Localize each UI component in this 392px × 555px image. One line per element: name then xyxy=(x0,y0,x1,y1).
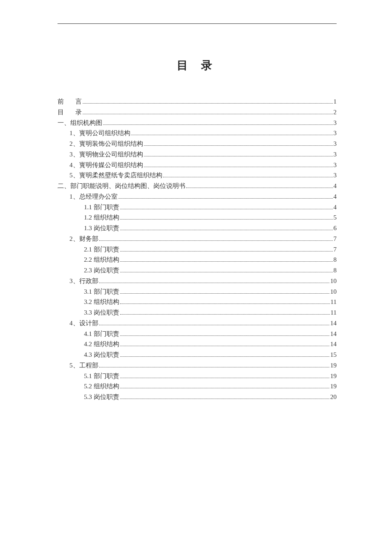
toc-leader-dots xyxy=(120,293,330,294)
toc-label: 3.3 岗位职责 xyxy=(84,307,119,318)
toc-label: 3、行政部 xyxy=(69,276,98,286)
toc-entry: 2.1 部门职责7 xyxy=(58,244,337,255)
toc-label: 1、总经理办公室 xyxy=(69,191,118,202)
toc-leader-dots xyxy=(120,314,330,315)
toc-page-number: 3 xyxy=(334,118,337,128)
toc-leader-dots xyxy=(83,114,333,114)
toc-page-number: 3 xyxy=(334,160,337,171)
toc-page-number: 20 xyxy=(330,392,337,402)
toc-page-number: 10 xyxy=(330,286,337,297)
toc-label: 3.2 组织结构 xyxy=(84,297,119,307)
toc-entry: 4.1 部门职责14 xyxy=(58,329,337,339)
toc-label: 2.2 组织结构 xyxy=(84,254,119,265)
toc-page-number: 15 xyxy=(330,350,337,360)
toc-entry: 5、工程部19 xyxy=(58,360,337,371)
page-title: 目 录 xyxy=(58,58,337,73)
toc-page-number: 19 xyxy=(330,381,337,392)
toc-page-number: 4 xyxy=(334,202,337,213)
toc-label: 1.2 组织结构 xyxy=(84,212,119,223)
toc-page-number: 19 xyxy=(330,360,337,371)
toc-label: 4.2 组织结构 xyxy=(84,339,119,350)
toc-leader-dots xyxy=(120,219,333,220)
toc-entry: 一、组织机构图3 xyxy=(58,118,337,128)
header-rule xyxy=(58,23,337,24)
toc-page-number: 10 xyxy=(330,276,337,286)
toc-leader-dots xyxy=(99,325,330,325)
toc-leader-dots xyxy=(163,177,333,177)
toc-leader-dots xyxy=(103,124,333,125)
toc-leader-dots xyxy=(120,230,333,230)
toc-entry: 5.2 组织结构19 xyxy=(58,381,337,392)
toc-leader-dots xyxy=(144,167,333,167)
toc-page-number: 7 xyxy=(334,234,337,244)
toc-label: 2.3 岗位职责 xyxy=(84,265,119,276)
toc-label: 4、设计部 xyxy=(69,318,98,329)
toc-page-number: 3 xyxy=(334,149,337,160)
toc-label: 1、寳明公司组织结构 xyxy=(69,128,130,139)
toc-page-number: 11 xyxy=(331,307,337,318)
toc-page-number: 14 xyxy=(330,339,337,350)
toc-entry: 2、财务部7 xyxy=(58,234,337,244)
toc-entry: 3、行政部10 xyxy=(58,276,337,286)
toc-leader-dots xyxy=(120,378,330,378)
toc-entry: 2.3 岗位职责8 xyxy=(58,265,337,276)
toc-entry: 4、寳明传媒公司组织结构3 xyxy=(58,160,337,171)
toc-label: 二、部门职能说明、岗位结构图、岗位说明书 xyxy=(58,181,185,191)
toc-entry: 1.1 部门职责4 xyxy=(58,202,337,213)
toc-leader-dots xyxy=(99,283,330,283)
toc-label: 4.1 部门职责 xyxy=(84,329,119,339)
toc-label: 5、工程部 xyxy=(69,360,98,371)
toc-label: 目录 xyxy=(58,107,82,118)
toc-page-number: 6 xyxy=(334,223,337,234)
toc-label: 1.1 部门职责 xyxy=(84,202,119,213)
toc-leader-dots xyxy=(120,399,330,399)
toc-entry: 1.2 组织结构5 xyxy=(58,212,337,223)
toc-leader-dots xyxy=(118,198,333,199)
document-page: 目 录 前言1目录2一、组织机构图31、寳明公司组织结构32、寳明装饰公司组织结… xyxy=(0,0,392,402)
toc-leader-dots xyxy=(120,272,333,272)
toc-page-number: 7 xyxy=(334,244,337,255)
toc-entry: 3.1 部门职责10 xyxy=(58,286,337,297)
toc-page-number: 14 xyxy=(330,318,337,329)
toc-label: 4、寳明传媒公司组织结构 xyxy=(69,160,143,171)
toc-page-number: 2 xyxy=(334,107,337,118)
toc-leader-dots xyxy=(120,209,333,209)
toc-leader-dots xyxy=(144,156,333,156)
toc-page-number: 3 xyxy=(334,170,337,181)
toc-entry: 3.2 组织结构11 xyxy=(58,297,337,307)
toc-label: 一、组织机构图 xyxy=(58,118,102,128)
toc-leader-dots xyxy=(99,240,333,241)
toc-entry: 2、寳明装饰公司组织结构3 xyxy=(58,139,337,149)
toc-entry: 4、设计部14 xyxy=(58,318,337,329)
toc-entry: 1.3 岗位职责6 xyxy=(58,223,337,234)
toc-label: 4.3 岗位职责 xyxy=(84,350,119,360)
toc-label: 1.3 岗位职责 xyxy=(84,223,119,234)
toc-label: 5.2 组织结构 xyxy=(84,381,119,392)
toc-page-number: 3 xyxy=(334,139,337,149)
toc-entry: 3.3 岗位职责11 xyxy=(58,307,337,318)
toc-leader-dots xyxy=(99,367,330,367)
toc-leader-dots xyxy=(83,103,333,104)
toc-leader-dots xyxy=(120,304,330,304)
toc-label: 2、财务部 xyxy=(69,234,98,244)
toc-page-number: 8 xyxy=(334,254,337,265)
toc-page-number: 14 xyxy=(330,329,337,339)
toc-entry: 5.3 岗位职责20 xyxy=(58,392,337,402)
toc-label: 3、寳明物业公司组织结构 xyxy=(69,149,143,160)
toc-page-number: 8 xyxy=(334,265,337,276)
toc-label: 5、寳明柔然壁纸专卖店组织结构 xyxy=(69,170,162,181)
toc-leader-dots xyxy=(186,188,333,188)
toc-leader-dots xyxy=(120,251,333,251)
toc-label: 2.1 部门职责 xyxy=(84,244,119,255)
toc-leader-dots xyxy=(120,346,330,346)
toc-leader-dots xyxy=(120,261,333,262)
toc-page-number: 5 xyxy=(334,212,337,223)
toc-leader-dots xyxy=(120,335,330,336)
toc-entry: 4.2 组织结构14 xyxy=(58,339,337,350)
toc-entry: 2.2 组织结构8 xyxy=(58,254,337,265)
toc-page-number: 11 xyxy=(331,297,337,307)
toc-entry: 4.3 岗位职责15 xyxy=(58,350,337,360)
toc-page-number: 4 xyxy=(334,181,337,191)
toc-entry: 5、寳明柔然壁纸专卖店组织结构3 xyxy=(58,170,337,181)
toc-entry: 前言1 xyxy=(58,96,337,107)
